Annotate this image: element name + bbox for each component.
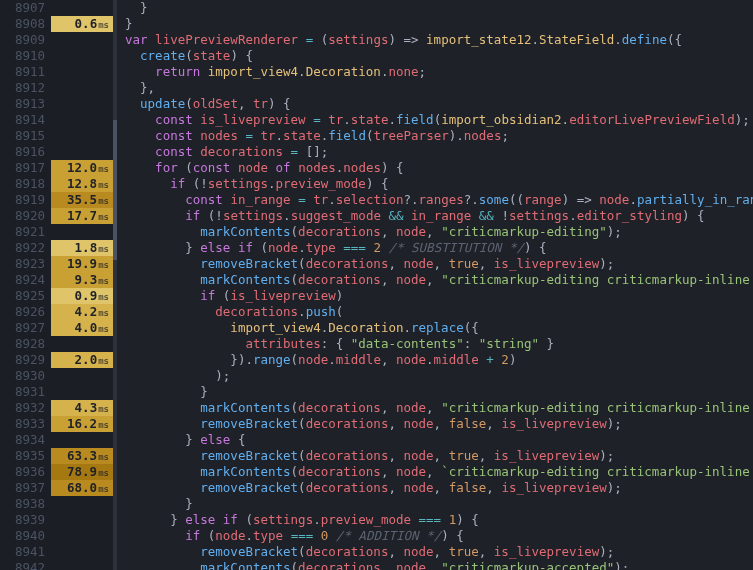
code-line[interactable]: update(oldSet, tr) { <box>125 96 753 112</box>
code-line[interactable]: ); <box>125 368 753 384</box>
code-line[interactable]: } else { <box>125 432 753 448</box>
code-line[interactable]: } <box>125 0 753 16</box>
perf-badge <box>51 0 113 16</box>
code-line[interactable]: } <box>125 16 753 32</box>
line-number: 8913 <box>0 96 45 112</box>
line-number: 8917 <box>0 160 45 176</box>
code-line[interactable]: } else if (settings.preview_mode === 1) … <box>125 512 753 528</box>
code-line[interactable]: markContents(decorations, node, `criticm… <box>125 464 753 480</box>
code-line[interactable]: removeBracket(decorations, node, true, i… <box>125 256 753 272</box>
code-line[interactable]: if (!settings.preview_mode) { <box>125 176 753 192</box>
line-number: 8932 <box>0 400 45 416</box>
perf-badge <box>51 32 113 48</box>
perf-badge: 35.5ms <box>51 192 113 208</box>
line-number: 8935 <box>0 448 45 464</box>
perf-badge <box>51 144 113 160</box>
line-number: 8915 <box>0 128 45 144</box>
line-number: 8909 <box>0 32 45 48</box>
code-line[interactable]: return import_view4.Decoration.none; <box>125 64 753 80</box>
perf-badge <box>51 336 113 352</box>
perf-badge <box>51 560 113 570</box>
line-number: 8921 <box>0 224 45 240</box>
perf-badge: 0.6ms <box>51 16 113 32</box>
code-line[interactable]: var livePreviewRenderer = (settings) => … <box>125 32 753 48</box>
perf-badge <box>51 64 113 80</box>
code-line[interactable]: }, <box>125 80 753 96</box>
code-line[interactable]: }).range(node.middle, node.middle + 2) <box>125 352 753 368</box>
perf-badge <box>51 432 113 448</box>
line-number: 8925 <box>0 288 45 304</box>
perf-badge: 78.9ms <box>51 464 113 480</box>
performance-gutter: 0.6ms12.0ms12.8ms35.5ms17.7ms1.8ms19.9ms… <box>51 0 113 570</box>
line-number-gutter: 8907890889098910891189128913891489158916… <box>0 0 51 570</box>
line-number: 8938 <box>0 496 45 512</box>
perf-badge: 63.3ms <box>51 448 113 464</box>
line-number: 8920 <box>0 208 45 224</box>
perf-badge <box>51 512 113 528</box>
line-number: 8931 <box>0 384 45 400</box>
code-line[interactable]: create(state) { <box>125 48 753 64</box>
line-number: 8910 <box>0 48 45 64</box>
perf-badge: 12.8ms <box>51 176 113 192</box>
line-number: 8930 <box>0 368 45 384</box>
code-line[interactable]: decorations.push( <box>125 304 753 320</box>
code-line[interactable]: markContents(decorations, node, "criticm… <box>125 560 753 570</box>
code-line[interactable]: attributes: { "data-contents": "string" … <box>125 336 753 352</box>
perf-badge: 2.0ms <box>51 352 113 368</box>
line-number: 8927 <box>0 320 45 336</box>
perf-badge: 4.3ms <box>51 400 113 416</box>
line-number: 8933 <box>0 416 45 432</box>
perf-badge: 9.3ms <box>51 272 113 288</box>
code-line[interactable]: markContents(decorations, node, "criticm… <box>125 400 753 416</box>
perf-badge <box>51 48 113 64</box>
perf-badge <box>51 528 113 544</box>
line-number: 8937 <box>0 480 45 496</box>
code-line[interactable]: if (is_livepreview) <box>125 288 753 304</box>
line-number: 8912 <box>0 80 45 96</box>
perf-badge: 4.0ms <box>51 320 113 336</box>
line-number: 8936 <box>0 464 45 480</box>
code-line[interactable]: markContents(decorations, node, "criticm… <box>125 272 753 288</box>
code-line[interactable]: removeBracket(decorations, node, false, … <box>125 480 753 496</box>
code-line[interactable]: const decorations = []; <box>125 144 753 160</box>
line-number: 8929 <box>0 352 45 368</box>
line-number: 8907 <box>0 0 45 16</box>
perf-badge: 12.0ms <box>51 160 113 176</box>
line-number: 8916 <box>0 144 45 160</box>
perf-badge <box>51 96 113 112</box>
line-number: 8911 <box>0 64 45 80</box>
line-number: 8918 <box>0 176 45 192</box>
perf-badge <box>51 384 113 400</box>
line-number: 8926 <box>0 304 45 320</box>
perf-badge <box>51 80 113 96</box>
code-editor[interactable]: }}var livePreviewRenderer = (settings) =… <box>117 0 753 570</box>
code-line[interactable]: const in_range = tr.selection?.ranges?.s… <box>125 192 753 208</box>
code-line[interactable]: } <box>125 384 753 400</box>
line-number: 8928 <box>0 336 45 352</box>
code-line[interactable]: removeBracket(decorations, node, true, i… <box>125 448 753 464</box>
perf-badge <box>51 496 113 512</box>
line-number: 8908 <box>0 16 45 32</box>
code-line[interactable]: } <box>125 496 753 512</box>
perf-badge: 0.9ms <box>51 288 113 304</box>
perf-badge: 16.2ms <box>51 416 113 432</box>
code-line[interactable]: for (const node of nodes.nodes) { <box>125 160 753 176</box>
code-line[interactable]: const is_livepreview = tr.state.field(im… <box>125 112 753 128</box>
line-number: 8934 <box>0 432 45 448</box>
line-number: 8924 <box>0 272 45 288</box>
perf-badge: 68.0ms <box>51 480 113 496</box>
perf-badge: 19.9ms <box>51 256 113 272</box>
line-number: 8939 <box>0 512 45 528</box>
line-number: 8914 <box>0 112 45 128</box>
code-line[interactable]: if (!settings.suggest_mode && in_range &… <box>125 208 753 224</box>
code-line[interactable]: import_view4.Decoration.replace({ <box>125 320 753 336</box>
code-line[interactable]: } else if (node.type === 2 /* SUBSTITUTI… <box>125 240 753 256</box>
code-line[interactable]: markContents(decorations, node, "criticm… <box>125 224 753 240</box>
code-line[interactable]: if (node.type === 0 /* ADDITION */) { <box>125 528 753 544</box>
line-number: 8941 <box>0 544 45 560</box>
code-line[interactable]: removeBracket(decorations, node, false, … <box>125 416 753 432</box>
line-number: 8919 <box>0 192 45 208</box>
perf-badge: 1.8ms <box>51 240 113 256</box>
code-line[interactable]: removeBracket(decorations, node, true, i… <box>125 544 753 560</box>
code-line[interactable]: const nodes = tr.state.field(treeParser)… <box>125 128 753 144</box>
